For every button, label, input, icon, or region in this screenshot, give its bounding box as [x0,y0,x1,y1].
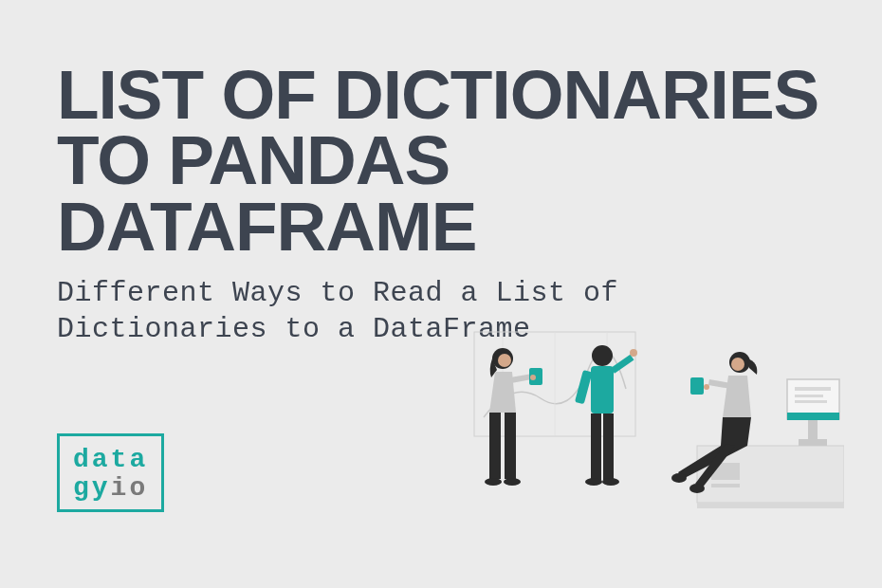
svg-point-23 [530,375,536,380]
svg-rect-37 [708,379,730,389]
svg-rect-11 [795,395,823,397]
svg-rect-9 [787,413,839,420]
svg-point-35 [671,473,687,483]
logo-line-2: gyio [73,474,148,502]
svg-rect-30 [603,413,614,480]
svg-rect-29 [591,413,601,480]
svg-rect-10 [795,387,831,391]
svg-point-27 [630,349,637,357]
people-illustration [436,322,844,531]
svg-rect-12 [795,400,827,403]
svg-rect-21 [510,374,532,383]
svg-rect-5 [697,503,844,508]
svg-point-16 [498,354,511,367]
svg-rect-13 [808,420,818,439]
title-line-2: TO PANDAS DATAFRAME [57,121,476,264]
svg-rect-26 [611,355,634,374]
person-2-icon [575,345,637,486]
svg-point-31 [585,478,602,486]
svg-rect-17 [489,413,501,479]
svg-rect-38 [690,377,704,395]
logo-line-1: data [73,446,148,473]
logo: data gyio [57,433,164,512]
svg-rect-7 [711,484,740,487]
svg-rect-28 [575,370,593,404]
person-1-icon [485,348,542,486]
svg-point-39 [704,384,709,390]
svg-point-32 [602,478,619,486]
page-title: LIST OF DICTIONARIES TO PANDAS DATAFRAME [57,62,825,259]
svg-rect-14 [799,439,827,446]
svg-rect-25 [591,366,614,413]
svg-point-19 [485,478,502,486]
svg-point-34 [731,358,744,371]
svg-point-24 [592,345,613,366]
svg-point-20 [504,478,521,486]
svg-point-36 [689,484,705,493]
logo-gy: gy [73,473,111,503]
logo-io: io [111,473,149,503]
svg-rect-18 [505,413,516,479]
